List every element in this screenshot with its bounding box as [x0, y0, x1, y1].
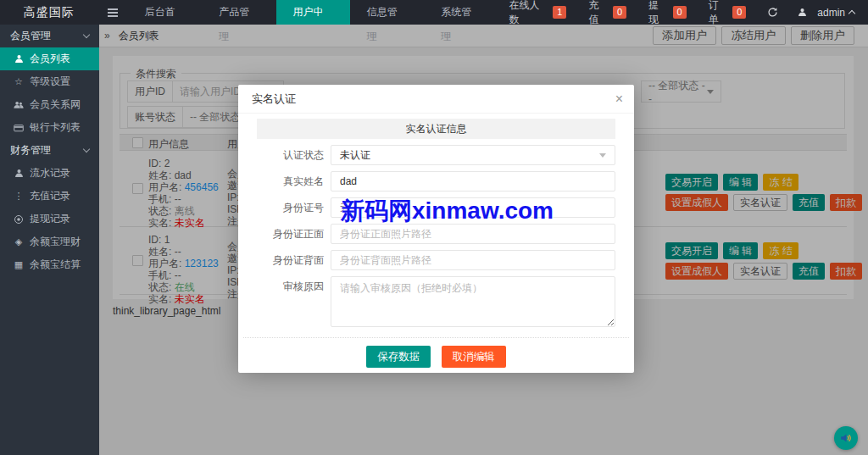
nav-item-info[interactable]: 信息管理	[350, 0, 424, 25]
modal-title: 实名认证	[238, 85, 634, 114]
sidebar-item-label: 充值记录	[30, 189, 70, 203]
close-icon[interactable]: ×	[615, 91, 623, 108]
nav-item-system[interactable]: 系统管理	[424, 0, 498, 25]
grid-icon: ▦	[12, 259, 25, 270]
group-icon	[12, 100, 25, 110]
id-back-input[interactable]	[331, 250, 615, 270]
refresh-icon[interactable]	[757, 7, 788, 18]
chevron-up-icon	[849, 10, 855, 17]
sidebar-item-level-settings[interactable]: ☆ 等级设置	[0, 70, 99, 93]
id-front-label: 身份证正面	[257, 224, 324, 244]
real-name-input[interactable]	[331, 171, 615, 191]
sidebar-item-member-network[interactable]: 会员关系网	[0, 93, 99, 116]
star-icon: ☆	[12, 76, 25, 87]
audit-reason-label: 审核原因	[257, 276, 324, 297]
stat-recharge-badge: 0	[613, 6, 626, 19]
stat-recharge-label: 充值	[588, 0, 608, 27]
id-back-label: 身份证背面	[257, 250, 324, 270]
auth-status-label: 认证状态	[257, 145, 324, 165]
chevron-down-icon	[83, 146, 90, 153]
sidebar-item-yuebao-invest[interactable]: ◈ 余额宝理财	[0, 230, 99, 253]
app-logo: 高盛国际	[0, 0, 97, 25]
sidebar-toggle-icon[interactable]	[97, 0, 128, 25]
sidebar-group-label: 会员管理	[10, 29, 51, 43]
stat-withdraw-badge: 0	[673, 6, 687, 19]
speaker-icon	[839, 431, 853, 445]
user-menu[interactable]: admin	[788, 7, 868, 19]
topbar: 高盛国际 后台首页 产品管理 用户中心 信息管理 系统管理 在线人数 1 充值 …	[0, 0, 868, 25]
nav-item-products[interactable]: 产品管理	[202, 0, 275, 25]
sidebar-item-member-list[interactable]: 会员列表	[0, 47, 99, 70]
sidebar-item-bank-cards[interactable]: 银行卡列表	[0, 116, 99, 139]
target-icon	[12, 214, 25, 225]
real-name-label: 真实姓名	[257, 171, 324, 191]
sidebar-item-label: 会员列表	[30, 52, 70, 66]
sidebar-item-label: 流水记录	[30, 166, 70, 180]
stat-withdraw[interactable]: 提现 0	[637, 0, 698, 27]
auth-status-value: 未认证	[340, 148, 370, 163]
sidebar-item-label: 余额宝理财	[30, 235, 81, 249]
stat-orders-label: 订单	[709, 0, 728, 27]
site-watermark: 新码网xinmaw.com	[341, 195, 554, 227]
sidebar-item-label: 余额宝结算	[30, 258, 81, 272]
sidebar-item-label: 银行卡列表	[30, 120, 81, 135]
sidebar-item-yuebao-settle[interactable]: ▦ 余额宝结算	[0, 253, 99, 276]
sidebar-group-label: 财务管理	[10, 143, 51, 158]
stat-online[interactable]: 在线人数 1	[498, 0, 578, 27]
nav-item-home[interactable]: 后台首页	[128, 0, 202, 25]
sidebar-item-flow-records[interactable]: 流水记录	[0, 162, 99, 185]
stat-online-label: 在线人数	[509, 0, 548, 27]
sidebar-item-label: 会员关系网	[30, 97, 81, 112]
sidebar: 会员管理 会员列表 ☆ 等级设置 会员关系网 银行卡列表 财务管理 流水记录 ⋮…	[0, 25, 99, 455]
auth-status-select[interactable]: 未认证	[331, 145, 615, 165]
user-avatar-icon	[795, 8, 809, 17]
divider	[243, 337, 629, 338]
modal-section-header: 实名认证信息	[257, 119, 615, 139]
realname-auth-modal: 实名认证 × 实名认证信息 认证状态 未认证 真实姓名 身份证号 身份证正面 身…	[238, 85, 634, 373]
cancel-button[interactable]: 取消编辑	[442, 346, 506, 368]
stat-recharge[interactable]: 充值 0	[577, 0, 637, 27]
nav-item-user-center[interactable]: 用户中心	[276, 0, 350, 25]
caret-down-icon	[599, 153, 606, 158]
sound-fab-button[interactable]	[834, 426, 858, 450]
id-number-label: 身份证号	[257, 197, 324, 218]
stat-online-badge: 1	[553, 6, 566, 19]
dots-icon: ⋮	[12, 191, 25, 202]
stat-orders[interactable]: 订单 0	[698, 0, 758, 27]
sidebar-group-finance[interactable]: 财务管理	[0, 139, 99, 162]
sidebar-group-member[interactable]: 会员管理	[0, 25, 99, 47]
user-icon	[12, 169, 25, 178]
stat-orders-badge: 0	[732, 6, 746, 19]
sidebar-item-label: 提现记录	[30, 212, 70, 226]
user-icon	[12, 54, 25, 64]
bank-card-icon	[12, 123, 25, 133]
sidebar-item-withdraw-records[interactable]: 提现记录	[0, 208, 99, 230]
diamond-icon: ◈	[12, 236, 25, 247]
save-button[interactable]: 保存数据	[366, 346, 431, 368]
chevron-down-icon	[83, 31, 90, 38]
stat-withdraw-label: 提现	[648, 0, 668, 27]
sidebar-item-recharge-records[interactable]: ⋮ 充值记录	[0, 185, 99, 208]
username: admin	[817, 7, 845, 19]
audit-reason-textarea[interactable]	[331, 276, 615, 327]
sidebar-item-label: 等级设置	[30, 75, 70, 89]
